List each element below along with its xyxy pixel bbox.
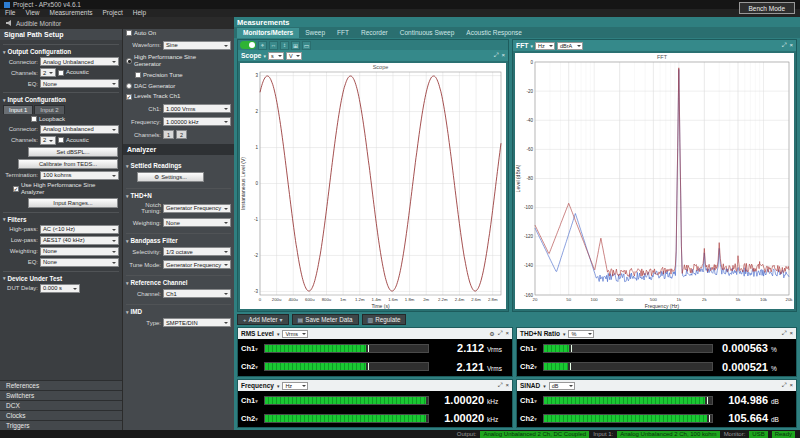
fft-x-unit-select[interactable]: Hz: [535, 42, 555, 50]
section-imd[interactable]: IMD: [126, 304, 231, 315]
sidebar-item-triggers[interactable]: Triggers: [0, 420, 122, 430]
scope-on-toggle[interactable]: [240, 41, 256, 49]
section-input-configuration[interactable]: Input Configuration: [3, 92, 119, 103]
gen-level-field[interactable]: 1.000 Vrms: [163, 104, 231, 113]
popout-icon[interactable]: ⤢: [498, 330, 503, 337]
meter-title[interactable]: RMS Level: [241, 330, 274, 337]
popout-icon[interactable]: ⤢: [782, 382, 787, 389]
tab-monitors-meters[interactable]: Monitors/Meters: [237, 28, 299, 38]
popout-icon[interactable]: ⤢: [494, 52, 499, 59]
output-eq-select[interactable]: None: [40, 79, 119, 88]
loopback-checkbox[interactable]: [31, 116, 37, 122]
scope-label[interactable]: Scope: [241, 52, 261, 59]
termination-select[interactable]: 100 kohms: [40, 171, 119, 180]
notch-tuning-select[interactable]: Generator Frequency: [163, 204, 231, 213]
hps-generator-radio[interactable]: [126, 58, 132, 64]
levels-track-checkbox[interactable]: [126, 94, 132, 100]
unit-select[interactable]: Hz: [282, 382, 308, 390]
close-icon[interactable]: ×: [789, 382, 793, 389]
channel-label[interactable]: Ch2▾: [241, 414, 261, 423]
tab-fft[interactable]: FFT: [331, 28, 355, 38]
close-icon[interactable]: ×: [505, 382, 509, 389]
channel-label[interactable]: Ch1▾: [520, 396, 540, 405]
tune-mode-select[interactable]: Generator Frequency: [163, 260, 231, 269]
channel-label[interactable]: Ch1▾: [241, 344, 261, 353]
section-thdn[interactable]: THD+N: [126, 188, 231, 199]
weighting-select[interactable]: None: [40, 247, 119, 256]
hp-sine-analyzer-checkbox[interactable]: [13, 186, 19, 192]
fft-label[interactable]: FFT: [516, 42, 528, 49]
unit-select[interactable]: Vrms: [282, 330, 308, 338]
fft-y-unit-select[interactable]: dBrA: [557, 42, 583, 50]
dut-delay-field[interactable]: 0.000 s: [40, 284, 80, 293]
gear-icon[interactable]: ⚙: [489, 330, 494, 337]
gen-channel-1-button[interactable]: 1: [163, 130, 174, 139]
selectivity-select[interactable]: 1/3 octave: [163, 247, 231, 256]
cursor-icon[interactable]: ⌖: [258, 41, 267, 50]
scope-graph[interactable]: ScopeTime (s)Instantaneous Level (V)0200…: [240, 63, 506, 309]
precision-tune-checkbox[interactable]: [135, 72, 141, 78]
input-channels-select[interactable]: 2: [40, 136, 56, 145]
close-icon[interactable]: ×: [505, 330, 509, 337]
tab-acoustic-response[interactable]: Acoustic Response: [460, 28, 528, 38]
channel-label[interactable]: Ch2▾: [520, 362, 540, 371]
channel-label[interactable]: Ch2▾: [520, 414, 540, 423]
input-ranges-button[interactable]: Input Ranges...: [28, 198, 118, 208]
popout-icon[interactable]: ⤢: [498, 382, 503, 389]
analyzer-weighting-select[interactable]: None: [163, 218, 231, 227]
lowpass-select[interactable]: AES17 (40 kHz): [40, 236, 119, 245]
close-icon[interactable]: ×: [789, 42, 793, 49]
output-acoustic-checkbox[interactable]: [58, 70, 64, 76]
auto-on-checkbox[interactable]: [126, 30, 132, 36]
section-bandpass-filter[interactable]: Bandpass Filter: [126, 233, 231, 244]
tab-recorder[interactable]: Recorder: [355, 28, 394, 38]
filters-eq-select[interactable]: None: [40, 258, 119, 267]
popout-icon[interactable]: ⤢: [782, 42, 787, 49]
set-dbspl-button[interactable]: Set dBSPL...: [28, 147, 118, 157]
highpass-select[interactable]: AC (<10 Hz): [40, 225, 119, 234]
imd-type-select[interactable]: SMPTE/DIN: [163, 318, 231, 327]
section-device-under-test[interactable]: Device Under Test: [3, 271, 119, 282]
input-connector-select[interactable]: Analog Unbalanced: [40, 125, 119, 134]
sidebar-item-references[interactable]: References: [0, 380, 122, 390]
scope-y-unit-select[interactable]: V: [286, 52, 302, 60]
section-reference-channel[interactable]: Reference Channel: [126, 275, 231, 286]
regulate-button[interactable]: ▥ Regulate: [362, 314, 407, 325]
sidebar-item-switchers[interactable]: Switchers: [0, 390, 122, 400]
menu-view[interactable]: View: [20, 9, 44, 17]
waveform-select[interactable]: Sine: [163, 41, 231, 50]
tab-sweep[interactable]: Sweep: [299, 28, 331, 38]
meter-title[interactable]: Frequency: [241, 382, 274, 389]
gen-frequency-field[interactable]: 1.00000 kHz: [163, 117, 231, 126]
zoom-h-icon[interactable]: ↔: [269, 41, 278, 50]
dac-generator-radio[interactable]: [126, 83, 132, 89]
autoscale-icon[interactable]: ▭: [302, 41, 311, 50]
section-output-configuration[interactable]: Output Configuration: [3, 44, 119, 55]
calibrate-teds-button[interactable]: Calibrate from TEDS...: [18, 159, 118, 169]
channel-label[interactable]: Ch1▾: [241, 396, 261, 405]
grid-icon[interactable]: ⊞: [291, 41, 300, 50]
save-meter-data-button[interactable]: ▤ Save Meter Data: [292, 314, 359, 325]
close-icon[interactable]: ×: [501, 52, 505, 59]
fft-graph[interactable]: FFTFrequency (Hz)Level (dBrA)20501002005…: [515, 53, 794, 309]
menu-project[interactable]: Project: [97, 9, 127, 17]
settled-settings-button[interactable]: ⚙ Settings...: [137, 172, 204, 182]
close-icon[interactable]: ×: [789, 330, 793, 337]
zoom-v-icon[interactable]: ↕: [280, 41, 289, 50]
menu-help[interactable]: Help: [128, 9, 151, 17]
menu-measurements[interactable]: Measurements: [44, 9, 97, 17]
menu-file[interactable]: File: [0, 9, 20, 17]
unit-select[interactable]: dB: [549, 382, 575, 390]
tab-continuous-sweep[interactable]: Continuous Sweep: [394, 28, 461, 38]
sidebar-item-clocks[interactable]: Clocks: [0, 410, 122, 420]
section-filters[interactable]: Filters: [3, 212, 119, 223]
ref-channel-select[interactable]: Ch1: [163, 289, 231, 298]
section-settled-readings[interactable]: Settled Readings: [126, 159, 231, 169]
output-connector-select[interactable]: Analog Unbalanced: [40, 57, 119, 66]
scope-x-unit-select[interactable]: s: [268, 52, 284, 60]
meter-title[interactable]: THD+N Ratio: [520, 330, 560, 337]
tab-input-2[interactable]: Input 2: [34, 105, 64, 114]
add-meter-button[interactable]: + Add Meter ▾: [237, 314, 289, 325]
output-channels-select[interactable]: 2: [40, 68, 56, 77]
unit-select[interactable]: %: [568, 330, 594, 338]
